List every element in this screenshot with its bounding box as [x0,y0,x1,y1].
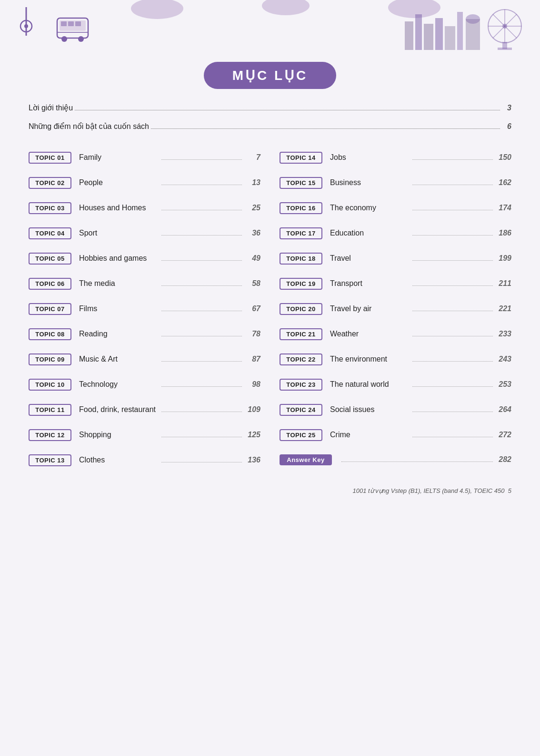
topic-page: 233 [495,330,511,338]
topic-dots [161,285,242,286]
topic-dots [412,159,493,160]
svg-rect-15 [415,14,422,50]
topic-badge-TOPIC-16: TOPIC 16 [280,202,322,214]
topic-name: Travel [330,254,410,263]
svg-rect-8 [61,21,67,26]
topic-row-right-6: TOPIC 19Transport211 [280,271,511,296]
topic-row-left-5: TOPIC 05Hobbies and games49 [29,246,260,271]
svg-point-12 [78,36,84,42]
topic-row-right-9: TOPIC 22The environment243 [280,347,511,372]
topic-dots [161,336,242,336]
svg-rect-16 [424,24,433,50]
topic-page: 282 [495,455,511,464]
topic-name: Social issues [330,405,410,414]
title-text: MỤC LỤC [232,68,308,83]
topic-row-left-4: TOPIC 04Sport36 [29,221,260,246]
topic-dots [161,462,242,462]
topic-badge-TOPIC-02: TOPIC 02 [29,177,71,189]
svg-point-21 [466,14,480,24]
topic-dots [161,412,242,412]
page: MỤC LỤC Lời giới thiệu 3 Những điểm nổi … [0,0,540,756]
topic-page: 272 [495,431,511,439]
title-box: MỤC LỤC [204,62,337,89]
topic-badge-TOPIC-04: TOPIC 04 [29,227,71,239]
topic-badge-TOPIC-24: TOPIC 24 [280,404,322,416]
intro-line-2: Những điểm nổi bật của cuốn sách 6 [29,122,511,131]
topic-dots [412,361,493,362]
footer-text: 1001 từ vựng Vstep (B1), IELTS (band 4.5… [353,487,511,494]
topic-page: 243 [495,355,511,363]
topic-dots [341,461,493,462]
topic-page: 98 [244,380,260,389]
topic-page: 49 [244,254,260,263]
topic-dots [412,185,493,185]
svg-rect-19 [457,12,463,50]
topic-dots [412,386,493,387]
topic-row-right-11: TOPIC 24Social issues264 [280,397,511,422]
topic-name: The economy [330,204,410,212]
topic-dots [412,311,493,311]
topic-badge-TOPIC-25: TOPIC 25 [280,429,322,441]
svg-point-1 [262,0,310,15]
topic-name: Business [330,178,410,187]
intro-page-2: 6 [502,122,511,131]
topic-dots [412,285,493,286]
topic-row-left-2: TOPIC 02People13 [29,170,260,196]
right-column: TOPIC 14Jobs150TOPIC 15Business162TOPIC … [280,145,511,473]
topic-badge-TOPIC-06: TOPIC 06 [29,278,71,290]
topic-row-left-7: TOPIC 07Films67 [29,296,260,322]
topic-badge-TOPIC-01: TOPIC 01 [29,152,71,164]
topic-dots [161,386,242,387]
topic-row-right-7: TOPIC 20Travel by air221 [280,296,511,322]
topic-name: Houses and Homes [79,204,160,212]
left-column: TOPIC 01Family7TOPIC 02People13TOPIC 03H… [29,145,260,473]
topic-name: The natural world [330,380,410,389]
topic-name: Hobbies and games [79,254,160,263]
topic-row-right-4: TOPIC 17Education186 [280,221,511,246]
topic-row-left-12: TOPIC 12Shopping125 [29,422,260,448]
svg-rect-18 [445,26,455,50]
svg-rect-14 [405,21,413,50]
topic-dots [412,437,493,437]
topic-row-left-9: TOPIC 09Music & Art87 [29,347,260,372]
topic-page: 253 [495,380,511,389]
topic-page: 125 [244,431,260,439]
topic-row-left-6: TOPIC 06The media58 [29,271,260,296]
topic-badge-TOPIC-15: TOPIC 15 [280,177,322,189]
topic-page: 13 [244,178,260,187]
topic-name: Reading [79,330,160,338]
topic-badge-TOPIC-21: TOPIC 21 [280,328,322,340]
svg-rect-17 [435,18,443,50]
topic-dots [161,235,242,236]
topic-badge-TOPIC-11: TOPIC 11 [29,404,71,416]
topic-dots [412,260,493,261]
topic-name: Films [79,304,160,313]
topic-page: 87 [244,355,260,363]
topic-row-right-1: TOPIC 14Jobs150 [280,145,511,170]
topic-dots [161,159,242,160]
intro-section: Lời giới thiệu 3 Những điểm nổi bật của … [29,103,511,131]
topic-row-left-11: TOPIC 11Food, drink, restaurant109 [29,397,260,422]
intro-line-1: Lời giới thiệu 3 [29,103,511,112]
topic-dots [161,311,242,311]
topic-badge-TOPIC-19: TOPIC 19 [280,278,322,290]
topic-page: 174 [495,204,511,212]
topic-page: 7 [244,153,260,162]
topic-row-right-8: TOPIC 21Weather233 [280,322,511,347]
topic-badge-TOPIC-13: TOPIC 13 [29,454,71,466]
topic-badge-TOPIC-18: TOPIC 18 [280,253,322,265]
topic-name: Weather [330,330,410,338]
svg-point-11 [61,36,67,42]
topic-badge-TOPIC-12: TOPIC 12 [29,429,71,441]
topic-page: 211 [495,279,511,288]
topic-dots [161,185,242,185]
topic-name: Transport [330,279,410,288]
topic-page: 186 [495,229,511,237]
topic-dots [412,336,493,336]
topic-name: Crime [330,431,410,439]
topic-page: 58 [244,279,260,288]
topic-page: 109 [244,405,260,414]
topic-badge-TOPIC-07: TOPIC 07 [29,303,71,315]
topic-dots [412,210,493,210]
topic-badge-TOPIC-20: TOPIC 20 [280,303,322,315]
